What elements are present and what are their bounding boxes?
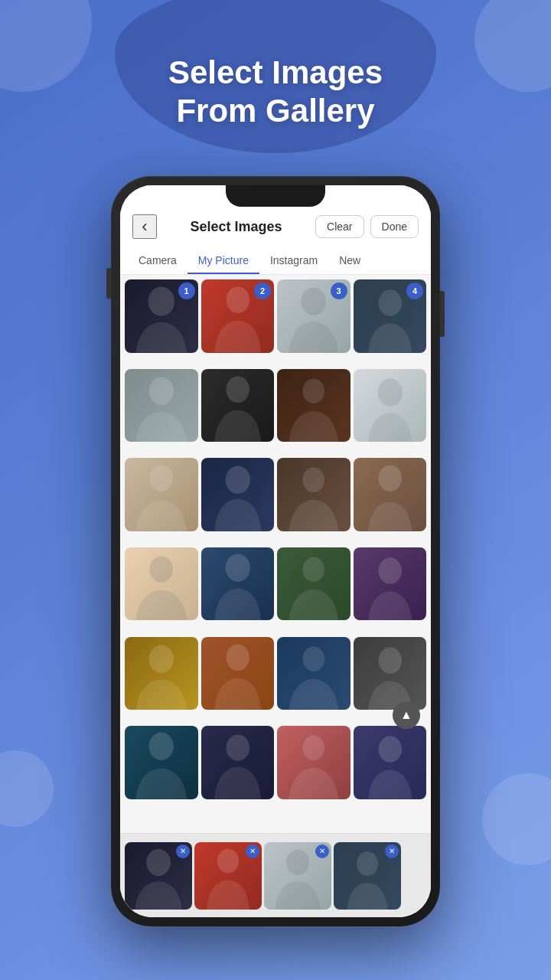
- grid-cell-21[interactable]: [125, 726, 198, 799]
- svg-point-13: [225, 554, 249, 582]
- tab-new[interactable]: New: [328, 247, 371, 274]
- svg-point-18: [302, 646, 324, 671]
- grid-cell-10[interactable]: [201, 458, 275, 531]
- svg-point-3: [378, 289, 402, 315]
- svg-point-19: [378, 647, 402, 673]
- svg-point-14: [302, 557, 324, 581]
- svg-point-4: [149, 377, 174, 404]
- image-grid[interactable]: 1 2 3: [120, 275, 431, 833]
- screen-content: ‹ Select Images Clear Done Camera My Pic…: [120, 185, 431, 917]
- clear-button[interactable]: Clear: [315, 215, 364, 238]
- svg-point-27: [357, 851, 378, 876]
- header-area: Select Images From Gallery: [0, 0, 551, 184]
- svg-point-7: [377, 378, 402, 406]
- bottom-selected-strip: ✕ ✕ ✕ ✕: [120, 833, 431, 917]
- page-title: Select Images From Gallery: [168, 54, 383, 131]
- grid-cell-14[interactable]: [201, 547, 275, 621]
- phone-notch: [226, 185, 325, 207]
- svg-point-20: [149, 733, 174, 760]
- grid-cell-16[interactable]: [354, 547, 427, 621]
- strip-item-4[interactable]: ✕: [334, 842, 401, 910]
- strip-item-3[interactable]: ✕: [264, 842, 331, 910]
- grid-cell-12[interactable]: [354, 458, 427, 531]
- grid-cell-20[interactable]: [354, 637, 427, 710]
- strip-remove-2[interactable]: ✕: [246, 844, 259, 858]
- grid-cell-11[interactable]: [277, 458, 350, 531]
- svg-point-24: [146, 848, 171, 875]
- grid-cell-2[interactable]: 2: [201, 279, 275, 353]
- grid-cell-5[interactable]: [125, 369, 198, 443]
- tab-instagram[interactable]: Instagram: [259, 247, 328, 274]
- strip-item-1[interactable]: ✕: [125, 842, 192, 910]
- grid-cell-22[interactable]: [201, 726, 275, 799]
- grid-cell-7[interactable]: [277, 369, 350, 443]
- strip-remove-1[interactable]: ✕: [176, 844, 190, 858]
- grid-cell-13[interactable]: [125, 547, 198, 621]
- grid-cell-8[interactable]: [354, 369, 427, 443]
- grid-cell-9[interactable]: [125, 458, 198, 531]
- grid-cell-19[interactable]: [277, 637, 350, 710]
- svg-point-21: [226, 735, 249, 761]
- badge-3: 3: [331, 283, 347, 299]
- strip-item-2[interactable]: ✕: [194, 842, 262, 910]
- svg-point-22: [302, 736, 324, 760]
- phone-mockup: ‹ Select Images Clear Done Camera My Pic…: [111, 176, 440, 926]
- phone-inner: ‹ Select Images Clear Done Camera My Pic…: [120, 185, 431, 917]
- svg-point-1: [226, 287, 249, 313]
- svg-point-6: [302, 378, 324, 403]
- back-button[interactable]: ‹: [132, 214, 157, 239]
- grid-cell-18[interactable]: [201, 637, 275, 710]
- screen-title: Select Images: [190, 219, 282, 235]
- svg-point-16: [149, 645, 174, 672]
- grid-cell-3[interactable]: 3: [277, 279, 350, 353]
- done-button[interactable]: Done: [370, 215, 419, 238]
- tabs-bar: Camera My Picture Instagram New: [120, 247, 431, 275]
- strip-remove-3[interactable]: ✕: [315, 844, 329, 858]
- scroll-up-button[interactable]: ▲: [393, 701, 420, 729]
- svg-point-2: [302, 288, 326, 315]
- grid-cell-1[interactable]: 1: [125, 279, 198, 353]
- svg-point-10: [302, 468, 324, 492]
- grid-cell-6[interactable]: [201, 369, 275, 443]
- grid-cell-23[interactable]: [277, 726, 350, 799]
- svg-point-0: [148, 287, 174, 316]
- grid-cell-17[interactable]: [125, 637, 198, 710]
- badge-2: 2: [254, 283, 271, 299]
- badge-4: 4: [406, 283, 423, 299]
- top-bar-actions: Clear Done: [315, 215, 419, 238]
- svg-point-26: [286, 849, 309, 874]
- svg-point-23: [378, 737, 402, 763]
- grid-cell-4[interactable]: 4: [354, 279, 427, 353]
- svg-point-5: [226, 376, 249, 402]
- tab-camera[interactable]: Camera: [128, 247, 187, 274]
- svg-point-11: [378, 466, 402, 492]
- svg-point-17: [226, 644, 249, 670]
- grid-cell-24[interactable]: [354, 726, 427, 799]
- bg-decoration-3: [0, 750, 54, 827]
- svg-point-25: [217, 848, 239, 873]
- grid-cell-15[interactable]: [277, 547, 350, 621]
- tab-my-picture[interactable]: My Picture: [187, 247, 259, 274]
- svg-point-12: [149, 556, 173, 582]
- badge-1: 1: [178, 283, 195, 299]
- phone-outer: ‹ Select Images Clear Done Camera My Pic…: [111, 176, 440, 926]
- svg-point-15: [378, 557, 402, 583]
- svg-point-9: [225, 466, 249, 494]
- svg-point-8: [149, 466, 173, 492]
- strip-remove-4[interactable]: ✕: [385, 844, 399, 858]
- bg-decoration-4: [482, 773, 551, 865]
